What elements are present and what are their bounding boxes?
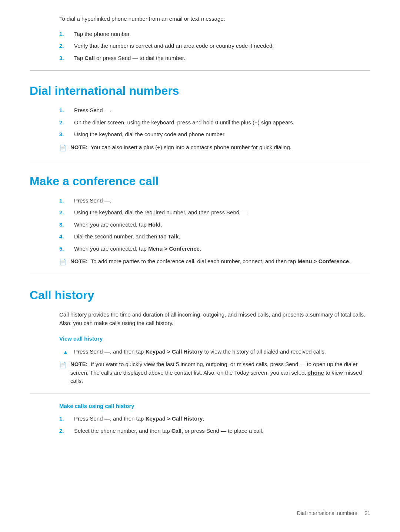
make-calls-history-subheading: Make calls using call history <box>59 402 370 411</box>
di-step-3: 3. Using the keyboard, dial the country … <box>74 130 370 139</box>
footer-section-name: Dial international numbers <box>297 509 357 517</box>
page-number: 21 <box>364 509 370 517</box>
divider-1 <box>30 70 370 71</box>
step-1: 1. Tap the phone number. <box>74 30 370 39</box>
conference-call-heading: Make a conference call <box>30 172 370 190</box>
di-step-1: 1. Press Send ―. <box>74 106 370 115</box>
intro-text: To dial a hyperlinked phone number from … <box>59 15 370 23</box>
note-icon: 📄 <box>59 144 67 153</box>
note-icon-2: 📄 <box>59 258 67 267</box>
call-history-body: Call history provides the time and durat… <box>59 311 370 327</box>
cc-step-2: 2. Using the keyboard, dial the required… <box>74 208 370 217</box>
view-ch-bullet-1: ▲ Press Send ―, and then tap Keypad > Ca… <box>74 348 370 356</box>
cc-step-3: 3. When you are connected, tap Hold. <box>74 221 370 229</box>
view-call-history-subheading: View call history <box>59 335 370 343</box>
cc-step-5: 5. When you are connected, tap Menu > Co… <box>74 245 370 253</box>
conference-call-note: 📄 NOTE: To add more parties to the confe… <box>59 257 370 267</box>
dial-international-heading: Dial international numbers <box>30 82 370 100</box>
call-history-heading: Call history <box>30 286 370 304</box>
note-icon-3: 📄 <box>59 361 67 369</box>
di-step-2: 2. On the dialer screen, using the keybo… <box>74 118 370 127</box>
divider-2 <box>30 161 370 161</box>
cc-step-1: 1. Press Send ―. <box>74 197 370 205</box>
step-2: 2. Verify that the number is correct and… <box>74 42 370 50</box>
divider-4 <box>30 394 370 394</box>
mch-step-1: 1. Press Send ―, and then tap Keypad > C… <box>74 415 370 423</box>
view-call-history-list: ▲ Press Send ―, and then tap Keypad > Ca… <box>74 348 370 356</box>
dial-international-steps: 1. Press Send ―. 2. On the dialer screen… <box>74 106 370 139</box>
divider-3 <box>30 275 370 275</box>
dial-hyperlink-steps: 1. Tap the phone number. 2. Verify that … <box>74 30 370 63</box>
page-footer: Dial international numbers 21 <box>297 509 370 517</box>
make-calls-history-steps: 1. Press Send ―, and then tap Keypad > C… <box>74 415 370 435</box>
conference-call-steps: 1. Press Send ―. 2. Using the keyboard, … <box>74 197 370 253</box>
view-call-history-note: 📄 NOTE: If you want to quickly view the … <box>59 360 370 385</box>
step-3: 3. Tap Call or press Send ― to dial the … <box>74 54 370 63</box>
dial-international-note: 📄 NOTE: You can also insert a plus (+) s… <box>59 143 370 153</box>
mch-step-2: 2. Select the phone number, and then tap… <box>74 427 370 435</box>
cc-step-4: 4. Dial the second number, and then tap … <box>74 232 370 241</box>
